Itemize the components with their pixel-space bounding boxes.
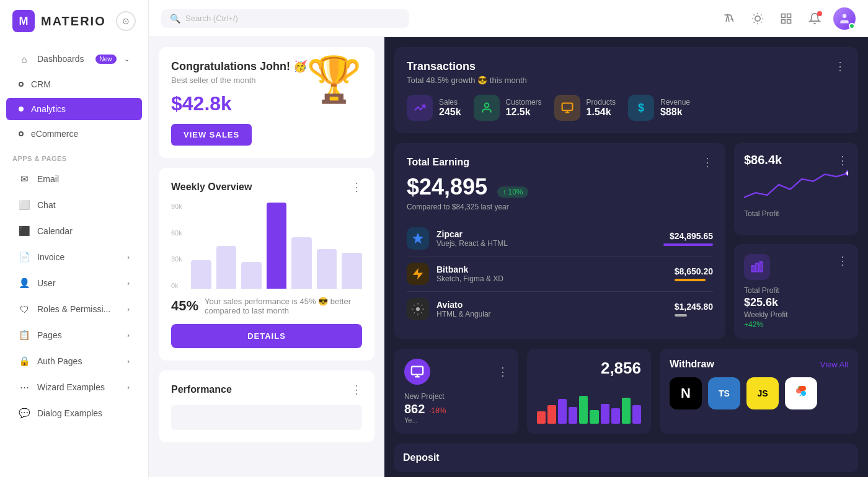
- bar-6: [317, 249, 337, 289]
- sidebar-header: M MATERIO ⊙: [0, 0, 148, 42]
- weekly-profit-value: $25.6k: [744, 296, 848, 309]
- products-value: 1.54k: [587, 107, 616, 118]
- weekly-profit-change: +42%: [744, 320, 848, 329]
- zipcar-amount-block: $24,895.65: [663, 231, 713, 246]
- svg-point-12: [416, 307, 420, 311]
- stats-column: $86.4k ⋮: [734, 143, 858, 339]
- invoice-label: Invoice: [37, 252, 64, 262]
- weekly-card-header: Weekly Overview ⋮: [171, 180, 362, 194]
- translate-icon[interactable]: [719, 9, 739, 28]
- avatar[interactable]: [833, 7, 856, 30]
- withdraw-header: Withdraw View All: [670, 359, 848, 370]
- svg-rect-4: [787, 19, 791, 23]
- aviato-desc: HTML & Angular: [436, 310, 491, 318]
- svg-rect-16: [760, 262, 763, 272]
- pages-label: Pages: [37, 330, 62, 340]
- new-project-icon: [404, 359, 430, 385]
- congrats-subtitle: Best seller of the month: [171, 76, 308, 85]
- bar-chart: [191, 203, 362, 289]
- search-icon: 🔍: [170, 14, 180, 24]
- weekly-overview-card: Weekly Overview ⋮ 90k 60k 30k 0k: [159, 168, 374, 361]
- weekly-profit-menu[interactable]: ⋮: [837, 254, 848, 268]
- zipcar-text: Zipcar Vuejs, React & HTML: [436, 229, 508, 248]
- bar-3: [241, 262, 262, 289]
- user-icon: 👤: [19, 278, 30, 289]
- svg-point-0: [755, 15, 760, 20]
- withdraw-view-all[interactable]: View All: [820, 360, 848, 369]
- grid-icon[interactable]: [776, 9, 796, 28]
- sidebar-item-invoice[interactable]: 📄 Invoice ›: [6, 245, 142, 269]
- svg-rect-2: [787, 14, 791, 17]
- profit-menu-icon[interactable]: ⋮: [837, 154, 848, 167]
- weekly-profit-header: ⋮: [744, 254, 848, 280]
- view-sales-button[interactable]: VIEW SALES: [171, 124, 252, 146]
- bitbank-logo: [407, 263, 429, 285]
- chat-label: Chat: [37, 200, 56, 210]
- new-project-menu[interactable]: ⋮: [497, 365, 508, 379]
- sidebar-item-ecommerce[interactable]: eCommerce: [6, 123, 142, 145]
- search-box[interactable]: 🔍 Search (Ctrl+/): [161, 9, 409, 28]
- sidebar-item-crm[interactable]: CRM: [6, 73, 142, 95]
- bitbank-amount-block: $8,650.20: [675, 266, 713, 281]
- roles-label: Roles & Permissi...: [37, 304, 110, 314]
- mini-bar-8: [611, 408, 620, 424]
- svg-marker-10: [412, 233, 423, 243]
- customers-icon: [474, 95, 500, 121]
- new-project-change: -18%: [428, 406, 446, 415]
- sidebar-item-roles[interactable]: 🛡 Roles & Permissi... ›: [6, 297, 142, 321]
- transactions-menu-icon[interactable]: ⋮: [835, 59, 846, 73]
- details-button[interactable]: DETAILS: [171, 324, 362, 348]
- project-bars-card: 2,856: [527, 349, 651, 434]
- bitbank-name: Bitbank: [436, 265, 503, 274]
- earning-change: ↑ 10%: [497, 186, 528, 198]
- topbar: 🔍 Search (Ctrl+/): [149, 0, 868, 37]
- earning-menu-icon[interactable]: ⋮: [702, 155, 713, 169]
- zipcar-row: Zipcar Vuejs, React & HTML $24,895.65: [407, 221, 713, 256]
- performance-menu-icon[interactable]: ⋮: [351, 383, 362, 396]
- revenue-label: Revenue: [660, 98, 690, 107]
- auth-icon: 🔒: [19, 356, 30, 367]
- mini-bar-2: [547, 405, 556, 424]
- revenue-info: Revenue $88k: [660, 98, 690, 118]
- sidebar-item-dashboards[interactable]: ⌂ Dashboards New ⌄: [6, 47, 142, 71]
- performance-row: 45% Your sales performance is 45% 😎 bett…: [171, 297, 362, 315]
- zipcar-progress: [663, 243, 713, 246]
- weekly-menu-icon[interactable]: ⋮: [351, 180, 362, 194]
- sidebar-item-calendar[interactable]: ⬛ Calendar: [6, 219, 142, 243]
- svg-point-20: [801, 391, 806, 396]
- logo-icon: M: [12, 10, 35, 32]
- bell-icon[interactable]: [805, 9, 825, 28]
- sidebar-item-analytics[interactable]: Analytics: [6, 98, 142, 120]
- sidebar-item-pages[interactable]: 📋 Pages ›: [6, 323, 142, 347]
- sidebar-item-dialog[interactable]: 💬 Dialog Examples: [6, 401, 142, 425]
- zipcar-name: Zipcar: [436, 229, 508, 239]
- aviato-amount: $1,245.80: [675, 302, 713, 312]
- withdraw-card: Withdraw View All N TS JS: [660, 349, 858, 434]
- sidebar-item-email[interactable]: ✉ Email: [6, 167, 142, 191]
- sidebar-toggle-icon[interactable]: ⊙: [116, 11, 136, 31]
- sidebar-item-auth[interactable]: 🔒 Auth Pages ›: [6, 349, 142, 373]
- products-label: Products: [587, 98, 616, 107]
- congrats-amount: $42.8k: [171, 92, 308, 115]
- svg-point-5: [843, 14, 847, 18]
- dot-icon: [19, 82, 24, 87]
- calendar-label: Calendar: [37, 226, 73, 236]
- svg-rect-3: [782, 19, 786, 23]
- email-label: Email: [37, 174, 59, 184]
- dashboards-arrow: ⌄: [124, 55, 130, 63]
- email-icon: ✉: [19, 173, 30, 185]
- svg-point-6: [484, 103, 489, 108]
- sidebar-item-chat[interactable]: ⬜ Chat: [6, 193, 142, 217]
- weekly-chart-wrapper: 90k 60k 30k 0k: [171, 203, 362, 289]
- sidebar-item-wizard[interactable]: ⋯ Wizard Examples ›: [6, 375, 142, 399]
- performance-card: Performance ⋮: [159, 370, 374, 442]
- weekly-profit-card: ⋮ Total Profit $25.6k Weekly Profit +42%: [734, 244, 858, 339]
- aviato-info: Aviato HTML & Angular: [407, 298, 491, 320]
- performance-chart-placeholder: [171, 405, 362, 430]
- bar-1: [191, 260, 211, 289]
- congrats-title: Congratulations John! 🥳: [171, 59, 308, 73]
- theme-icon[interactable]: [748, 9, 768, 28]
- deposit-card: Deposit: [394, 444, 858, 472]
- sidebar-item-user[interactable]: 👤 User ›: [6, 271, 142, 295]
- tech-icon-figma: [785, 377, 817, 409]
